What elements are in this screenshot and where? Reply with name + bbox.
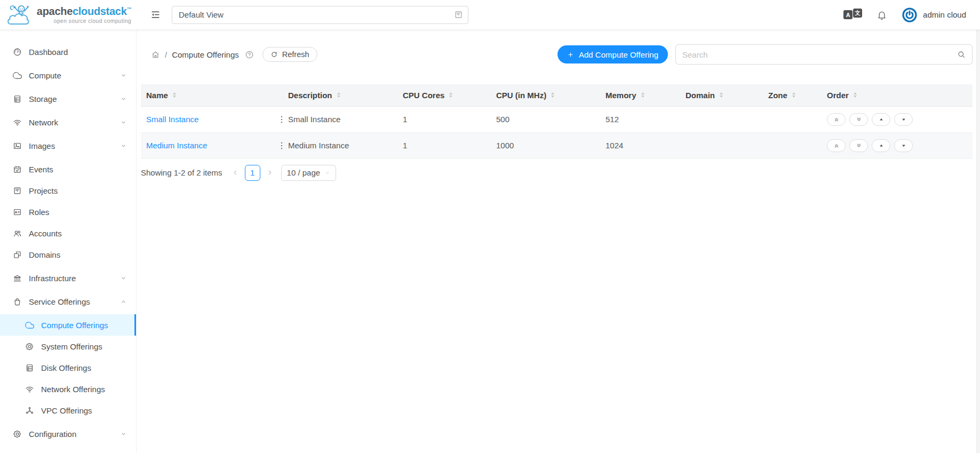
page-size-select[interactable]: 10 / page: [281, 165, 337, 181]
move-up-button[interactable]: [872, 113, 890, 126]
chevron-down-icon: [121, 275, 126, 281]
move-down-button[interactable]: [894, 139, 913, 152]
sort-icons: [792, 92, 795, 98]
chevron-down-icon: [325, 170, 330, 176]
column-header-name[interactable]: Name: [141, 84, 269, 106]
sidebar-item-vpc-offerings[interactable]: VPC Offerings: [0, 400, 136, 421]
home-icon[interactable]: [151, 50, 160, 59]
column-label: Description: [288, 91, 332, 100]
view-selector[interactable]: Default View: [172, 6, 468, 24]
caret-down-icon: [901, 142, 907, 149]
column-header-order[interactable]: Order: [822, 84, 973, 106]
sidebar-item-label: Roles: [29, 208, 49, 217]
notification-bell-icon[interactable]: [877, 10, 887, 20]
column-header-cpu-cores[interactable]: CPU Cores: [397, 84, 491, 106]
move-to-bottom-button[interactable]: [849, 139, 868, 152]
cell-zone: [763, 106, 822, 132]
sidebar-item-compute-offerings[interactable]: Compute Offerings: [0, 314, 136, 336]
sidebar-item-accounts[interactable]: Accounts: [0, 222, 136, 244]
column-label: Order: [827, 91, 849, 100]
offering-name-link[interactable]: Small Instance: [146, 115, 198, 124]
move-to-top-button[interactable]: [827, 113, 846, 126]
move-down-button[interactable]: [894, 113, 913, 126]
picture-icon: [13, 141, 22, 150]
move-to-bottom-button[interactable]: [849, 113, 868, 126]
table-header-row: Name Description CPU Cores CPU (in MHz) …: [141, 84, 973, 106]
cell-memory: 512: [600, 106, 680, 132]
sidebar-item-label: Projects: [29, 186, 58, 195]
next-page-icon[interactable]: [266, 169, 273, 176]
pagination-summary: Showing 1-2 of 2 items: [141, 168, 222, 177]
table-row: Small Instance ⋮ Small Instance 1 500 51…: [141, 106, 973, 132]
sort-icons: [551, 92, 554, 98]
user-menu[interactable]: admin cloud: [902, 7, 966, 23]
translate-button[interactable]: A 文: [843, 10, 862, 19]
offering-name-link[interactable]: Medium Instance: [146, 141, 207, 150]
user-avatar-power-icon: [902, 7, 918, 23]
breadcrumb-separator: /: [165, 50, 167, 59]
cell-order: [822, 106, 973, 132]
sidebar-item-events[interactable]: Events: [0, 158, 136, 180]
menu-fold-icon[interactable]: [150, 10, 161, 20]
previous-page-icon[interactable]: [232, 169, 239, 176]
sidebar-item-system-offerings[interactable]: System Offerings: [0, 336, 136, 357]
cloudstack-logo-icon: [5, 3, 33, 27]
sidebar-item-configuration[interactable]: Configuration: [0, 423, 136, 444]
sidebar-item-roles[interactable]: Roles: [0, 201, 136, 222]
column-header-domain[interactable]: Domain: [680, 84, 763, 106]
row-actions-kebab-icon[interactable]: ⋮: [274, 113, 289, 125]
sidebar-item-images[interactable]: Images: [0, 135, 136, 156]
sidebar-item-label: Domains: [29, 250, 60, 259]
column-header-actions: [269, 84, 283, 106]
sidebar-item-disk-offerings[interactable]: Disk Offerings: [0, 357, 136, 378]
breadcrumb-current: Compute Offerings: [172, 50, 239, 59]
page-1-button[interactable]: 1: [245, 165, 260, 181]
sidebar-item-service-offerings[interactable]: Service Offerings: [0, 291, 136, 312]
sidebar-item-infrastructure[interactable]: Infrastructure: [0, 267, 136, 289]
scrollbar-track[interactable]: [976, 30, 980, 453]
move-to-top-button[interactable]: [827, 139, 846, 152]
reload-icon: [270, 51, 278, 58]
column-header-memory[interactable]: Memory: [600, 84, 680, 106]
refresh-button[interactable]: Refresh: [262, 47, 317, 62]
search-icon[interactable]: [957, 50, 966, 59]
column-header-cpu-mhz[interactable]: CPU (in MHz): [491, 84, 600, 106]
sidebar-item-network[interactable]: Network: [0, 112, 136, 133]
gear-icon: [25, 342, 34, 351]
sidebar-item-projects[interactable]: Projects: [0, 180, 136, 201]
sidebar-item-label: VPC Offerings: [41, 406, 92, 415]
help-circle-icon[interactable]: [245, 50, 254, 59]
cell-domain: [680, 106, 763, 132]
brand-wordmark: apachecloudstack™ open source cloud comp…: [37, 5, 131, 24]
sort-icons: [720, 92, 723, 98]
sidebar-item-domains[interactable]: Domains: [0, 244, 136, 265]
idcard-icon: [13, 208, 22, 217]
sidebar-item-compute[interactable]: Compute: [0, 65, 136, 86]
search-input[interactable]: [682, 50, 957, 59]
caret-up-icon: [878, 142, 885, 149]
cell-zone: [763, 132, 822, 158]
sidebar-item-network-offerings[interactable]: Network Offerings: [0, 378, 136, 400]
row-actions-kebab-icon[interactable]: ⋮: [274, 139, 289, 152]
sidebar-item-dashboard[interactable]: Dashboard: [0, 41, 136, 62]
column-header-zone[interactable]: Zone: [763, 84, 822, 106]
chevron-down-icon: [121, 96, 126, 102]
sidebar-item-label: Network Offerings: [41, 385, 105, 394]
compute-offerings-table: Name Description CPU Cores CPU (in MHz) …: [141, 84, 973, 159]
cell-cpu-mhz: 1000: [491, 132, 600, 158]
brand-tagline: open source cloud computing: [37, 18, 131, 24]
cell-memory: 1024: [600, 132, 680, 158]
brand-word-apache: apache: [37, 5, 73, 17]
sidebar-item-storage[interactable]: Storage: [0, 88, 136, 109]
add-compute-offering-button[interactable]: Add Compute Offering: [557, 45, 668, 63]
page-size-value: 10 / page: [287, 168, 321, 177]
project-switcher-icon[interactable]: [454, 10, 463, 19]
hdd-icon: [25, 363, 34, 372]
move-up-button[interactable]: [872, 139, 890, 152]
cell-description: Small Instance: [283, 106, 397, 132]
brand[interactable]: apachecloudstack™ open source cloud comp…: [0, 3, 137, 27]
top-right-actions: A 文 admin cloud: [843, 7, 980, 23]
brand-word-cloudstack: cloudstack: [73, 5, 126, 17]
column-header-description[interactable]: Description: [283, 84, 397, 106]
column-label: Zone: [768, 91, 787, 100]
